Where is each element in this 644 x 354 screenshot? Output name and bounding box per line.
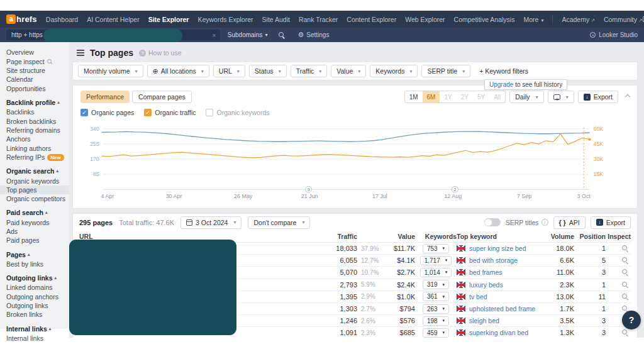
- legend-organic-traffic[interactable]: ✓Organic traffic: [144, 109, 196, 116]
- filter-url[interactable]: URL▾: [213, 65, 245, 77]
- keywords-dropdown-button[interactable]: 1,717▾: [420, 256, 452, 265]
- keywords-dropdown-button[interactable]: 198▾: [423, 316, 449, 326]
- nav-item-keywords-explorer[interactable]: Keywords Explorer: [197, 16, 253, 23]
- keywords-dropdown-button[interactable]: 1,014▾: [420, 268, 452, 277]
- filter-monthly-volume[interactable]: Monthly volume▾: [78, 65, 143, 77]
- sidebar-item-broken-links[interactable]: Broken links: [0, 310, 69, 319]
- top-keyword-link[interactable]: super king size bed: [469, 245, 526, 252]
- filter-traffic[interactable]: Traffic▾: [291, 65, 328, 77]
- inspect-icon[interactable]: [622, 245, 628, 252]
- nav-item-rank-tracker[interactable]: Rank Tracker: [299, 16, 338, 23]
- keywords-dropdown-button[interactable]: 263▾: [423, 304, 449, 314]
- api-button[interactable]: { } API: [553, 216, 586, 229]
- filter-all-locations[interactable]: ⊕All locations▾: [147, 65, 209, 77]
- looker-studio-link[interactable]: Looker Studio: [590, 31, 638, 38]
- inspect-icon[interactable]: [622, 257, 628, 263]
- performance-line-chart[interactable]: 8515K17030K25545K34060K4 Apr30 Apr26 May…: [80, 120, 630, 201]
- chart-export-button[interactable]: ↓ Export: [578, 91, 618, 103]
- inspect-icon[interactable]: [622, 294, 628, 300]
- sidebar-section-backlink-profile[interactable]: Backlink profile▴: [0, 97, 69, 108]
- sidebar-item-organic-keywords[interactable]: Organic keywords: [0, 176, 69, 185]
- top-keyword-link[interactable]: bed frames: [469, 268, 502, 276]
- help-fab-button[interactable]: ?: [622, 311, 641, 329]
- nav-item-content-explorer[interactable]: Content Explorer: [347, 16, 396, 23]
- range-6m[interactable]: 6M: [423, 91, 440, 102]
- checkbox-unchecked-icon[interactable]: [206, 109, 213, 116]
- inspect-icon[interactable]: [622, 282, 628, 288]
- sidebar-section-pages[interactable]: Pages▴: [0, 250, 69, 260]
- mode-dropdown[interactable]: Subdomains ▾: [225, 31, 270, 38]
- info-icon[interactable]: i: [541, 219, 548, 226]
- keywords-dropdown-button[interactable]: 459▾: [423, 328, 449, 338]
- nav-item-community[interactable]: Community↗: [604, 16, 643, 23]
- top-keyword-link[interactable]: upholstered bed frame: [469, 305, 535, 313]
- tab-performance[interactable]: Performance: [80, 91, 130, 103]
- sidebar-item-paid-pages[interactable]: Paid pages: [0, 236, 69, 245]
- filter-value[interactable]: Value▾: [331, 65, 366, 77]
- sidebar-item-paid-keywords[interactable]: Paid keywords: [0, 218, 69, 226]
- settings-button[interactable]: ⚙ Settings: [297, 31, 329, 39]
- nav-item-competitive-analysis[interactable]: Competitive Analysis: [454, 16, 515, 23]
- sidebar-section-organic-search[interactable]: Organic search▴: [0, 166, 69, 176]
- compare-dropdown[interactable]: Don't compare ▾: [248, 216, 310, 229]
- sidebar-item-referring-ips[interactable]: Referring IPsNew: [0, 153, 69, 162]
- sidebar-item-overview[interactable]: Overview: [0, 48, 69, 57]
- sidebar-section-internal-links[interactable]: Internal links▴: [0, 324, 69, 334]
- keywords-dropdown-button[interactable]: 753▾: [423, 244, 449, 253]
- filter-keywords[interactable]: Keywords▾: [370, 65, 418, 77]
- sidebar-item-organic-competitors[interactable]: Organic competitors: [0, 194, 69, 203]
- checkbox-checked-icon[interactable]: ✓: [80, 109, 88, 116]
- sidebar-section-paid-search[interactable]: Paid search▴: [0, 207, 69, 218]
- sidebar-item-linked-domains[interactable]: Linked domains: [0, 283, 69, 292]
- sidebar-item-calendar[interactable]: Calendar: [0, 75, 69, 84]
- sidebar-item-broken-backlinks[interactable]: Broken backlinks: [0, 116, 69, 125]
- nav-item-web-explorer[interactable]: Web Explorer: [405, 16, 445, 23]
- nav-item-site-explorer[interactable]: Site Explorer: [148, 16, 189, 23]
- sidebar-item-best-by-links[interactable]: Best by links: [0, 260, 69, 268]
- filter-serp-title[interactable]: SERP title▾: [421, 65, 470, 77]
- top-keyword-link[interactable]: bed with storage: [469, 257, 518, 264]
- inspect-icon[interactable]: [622, 329, 628, 336]
- nav-item-ai-content-helper[interactable]: AI Content Helper: [87, 16, 139, 23]
- legend-organic-keywords[interactable]: Organic keywords: [206, 109, 269, 116]
- range-1m[interactable]: 1M: [405, 91, 423, 102]
- top-keyword-link[interactable]: superking divan bed: [469, 329, 528, 336]
- sidebar-item-referring-domains[interactable]: Referring domains: [0, 126, 69, 135]
- sidebar-item-outgoing-anchors[interactable]: Outgoing anchors: [0, 292, 69, 301]
- keywords-dropdown-button[interactable]: 319▾: [423, 280, 449, 289]
- nav-item-more[interactable]: More▾: [523, 16, 543, 23]
- checkbox-checked-icon[interactable]: ✓: [144, 109, 152, 116]
- filter-status[interactable]: Status▾: [249, 65, 287, 77]
- sidebar-item-page-inspect[interactable]: Page inspect: [0, 57, 69, 65]
- sidebar-section-outgoing-links[interactable]: Outgoing links▴: [0, 273, 69, 283]
- top-keyword-link[interactable]: tv bed: [469, 293, 487, 301]
- nav-item-site-audit[interactable]: Site Audit: [262, 16, 290, 23]
- inspect-icon[interactable]: [622, 269, 628, 275]
- sidebar-item-site-structure[interactable]: Site structure: [0, 66, 69, 75]
- legend-organic-pages[interactable]: ✓Organic pages: [80, 109, 134, 116]
- sidebar-item-backlinks[interactable]: Backlinks: [0, 108, 69, 116]
- serp-titles-toggle[interactable]: [484, 218, 501, 226]
- table-export-button[interactable]: ↓ Export: [591, 216, 631, 229]
- annotations-button[interactable]: ▾: [548, 91, 574, 103]
- top-keyword-link[interactable]: sleigh bed: [469, 317, 499, 324]
- collapse-chart-icon[interactable]: [625, 94, 630, 99]
- menu-icon[interactable]: [77, 50, 84, 56]
- how-to-use-link[interactable]: ? How to use: [139, 49, 182, 57]
- sidebar-item-anchors[interactable]: Anchors: [0, 135, 69, 143]
- sidebar-item-outgoing-links[interactable]: Outgoing links: [0, 301, 69, 310]
- keywords-dropdown-button[interactable]: 361▾: [423, 292, 449, 301]
- clear-icon[interactable]: ×: [212, 31, 216, 39]
- search-button[interactable]: [275, 30, 289, 40]
- sidebar-item-linking-authors[interactable]: Linking authors: [0, 144, 69, 153]
- interval-dropdown[interactable]: Daily ▾: [509, 91, 543, 103]
- date-picker-button[interactable]: 3 Oct 2024 ▾: [180, 216, 242, 229]
- sidebar-item-internal-links[interactable]: Internal links: [0, 334, 69, 343]
- upgrade-link[interactable]: Upgrade: [489, 81, 513, 88]
- tab-compare-pages[interactable]: Compare pages: [132, 91, 192, 103]
- sidebar-item-top-pages[interactable]: Top pages: [0, 185, 69, 194]
- sidebar-item-ads[interactable]: Ads: [0, 227, 69, 236]
- nav-item-academy[interactable]: Academy↗: [562, 16, 594, 23]
- add-keyword-filters-button[interactable]: + Keyword filters: [479, 67, 528, 75]
- top-keyword-link[interactable]: luxury beds: [469, 281, 503, 289]
